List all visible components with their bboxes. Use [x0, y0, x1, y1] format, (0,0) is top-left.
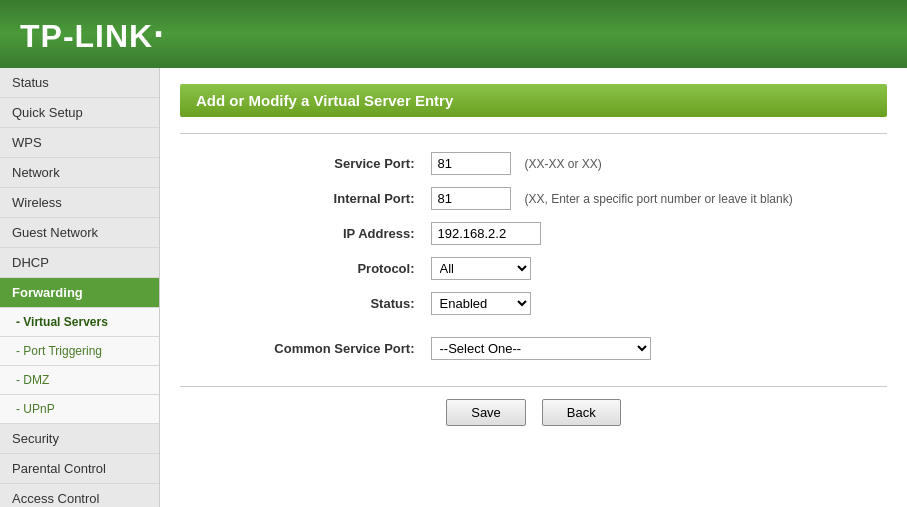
sidebar-item-dmz[interactable]: - DMZ [0, 366, 159, 395]
service-port-input-group: (XX-XX or XX) [431, 152, 793, 175]
common-service-port-row: Common Service Port: --Select One-- FTP … [266, 321, 800, 366]
sidebar-item-virtual-servers[interactable]: - Virtual Servers [0, 308, 159, 337]
sidebar-item-status[interactable]: Status [0, 68, 159, 98]
protocol-label: Protocol: [266, 251, 422, 286]
protocol-row: Protocol: All TCP UDP [266, 251, 800, 286]
ip-address-input[interactable] [431, 222, 541, 245]
sidebar-item-upnp[interactable]: - UPnP [0, 395, 159, 424]
service-port-input[interactable] [431, 152, 511, 175]
sidebar-item-access-control[interactable]: Access Control [0, 484, 159, 507]
save-button[interactable]: Save [446, 399, 526, 426]
logo-dot: · [153, 13, 165, 55]
sidebar-item-forwarding[interactable]: Forwarding [0, 278, 159, 308]
sidebar-item-parental-control[interactable]: Parental Control [0, 454, 159, 484]
ip-address-label: IP Address: [266, 216, 422, 251]
main-layout: Status Quick Setup WPS Network Wireless … [0, 68, 907, 507]
back-button[interactable]: Back [542, 399, 621, 426]
logo-text: TP-LINK [20, 18, 153, 54]
button-row: Save Back [180, 386, 887, 426]
internal-port-input-group: (XX, Enter a specific port number or lea… [431, 187, 793, 210]
sidebar-item-dhcp[interactable]: DHCP [0, 248, 159, 278]
service-port-label: Service Port: [266, 146, 422, 181]
status-label: Status: [266, 286, 422, 321]
sidebar-item-security[interactable]: Security [0, 424, 159, 454]
form-table: Service Port: (XX-XX or XX) Internal Por… [266, 146, 800, 366]
ip-address-input-group [431, 222, 793, 245]
sidebar-item-network[interactable]: Network [0, 158, 159, 188]
internal-port-row: Internal Port: (XX, Enter a specific por… [266, 181, 800, 216]
service-port-row: Service Port: (XX-XX or XX) [266, 146, 800, 181]
header: TP-LINK· [0, 0, 907, 68]
sidebar-item-wps[interactable]: WPS [0, 128, 159, 158]
top-divider [180, 133, 887, 134]
common-service-port-select[interactable]: --Select One-- FTP HTTP HTTPS SMTP POP3 … [431, 337, 651, 360]
internal-port-input[interactable] [431, 187, 511, 210]
sidebar-item-wireless[interactable]: Wireless [0, 188, 159, 218]
status-row: Status: Enabled Disabled [266, 286, 800, 321]
sidebar-item-quick-setup[interactable]: Quick Setup [0, 98, 159, 128]
protocol-select[interactable]: All TCP UDP [431, 257, 531, 280]
ip-address-row: IP Address: [266, 216, 800, 251]
page-title: Add or Modify a Virtual Server Entry [180, 84, 887, 117]
content-area: Add or Modify a Virtual Server Entry Ser… [160, 68, 907, 507]
common-service-port-label: Common Service Port: [266, 321, 422, 366]
sidebar-item-guest-network[interactable]: Guest Network [0, 218, 159, 248]
status-select[interactable]: Enabled Disabled [431, 292, 531, 315]
service-port-hint: (XX-XX or XX) [525, 157, 602, 171]
internal-port-label: Internal Port: [266, 181, 422, 216]
sidebar-item-port-triggering[interactable]: - Port Triggering [0, 337, 159, 366]
logo: TP-LINK· [20, 13, 165, 56]
internal-port-hint: (XX, Enter a specific port number or lea… [525, 192, 793, 206]
sidebar: Status Quick Setup WPS Network Wireless … [0, 68, 160, 507]
